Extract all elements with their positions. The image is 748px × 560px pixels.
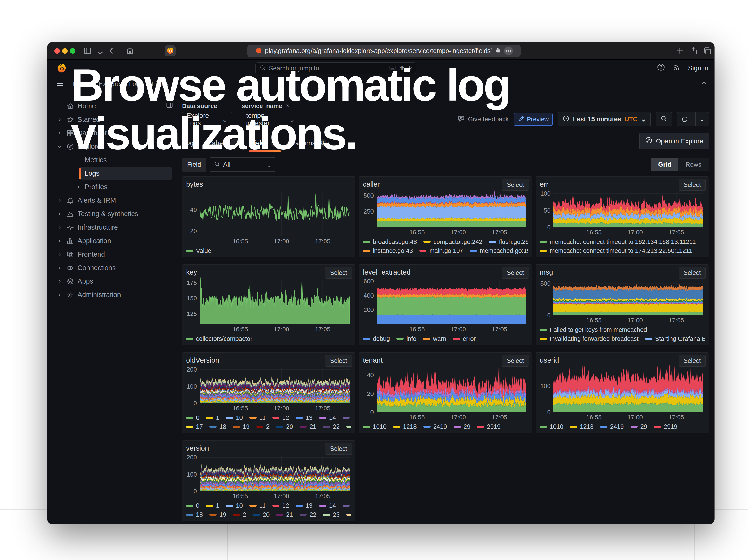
legend-item[interactable]: 23	[323, 511, 340, 518]
data-source-select[interactable]: Explore Logs ⌄	[182, 112, 232, 127]
legend-item[interactable]: 1010	[540, 423, 563, 430]
legend-item[interactable]: instance.go:43	[363, 247, 413, 254]
legend-item[interactable]: 22	[323, 423, 340, 430]
legend-item[interactable]: 20	[276, 423, 293, 430]
breadcrumb-item[interactable]: Logs	[129, 80, 143, 88]
legend-item[interactable]: 1010	[363, 423, 387, 430]
sidebar-item-starred[interactable]: Starred	[47, 113, 182, 126]
sidebar-item-explore[interactable]: Explore	[47, 140, 182, 153]
url-bar[interactable]: play.grafana.org/a/grafana-lokiexplore-a…	[247, 45, 520, 57]
legend-item[interactable]: 2919	[654, 423, 677, 430]
legend-item[interactable]: Failed to get keys from memcached	[540, 326, 647, 333]
give-feedback-button[interactable]: Give feedback	[458, 115, 509, 124]
service-name-select[interactable]: tempo-ingester ⌄	[241, 112, 299, 127]
close-window-button[interactable]	[54, 48, 60, 54]
more-options-button[interactable]: •••	[504, 47, 513, 55]
legend-item[interactable]: memcache: connect timeout to 174.213.22.…	[540, 247, 692, 254]
share-icon[interactable]	[689, 46, 698, 55]
sidebar-item-application[interactable]: Application	[47, 234, 182, 248]
legend-item[interactable]: 29	[631, 423, 647, 430]
chevron-right-icon[interactable]	[56, 278, 63, 284]
select-button[interactable]: Select	[325, 443, 352, 454]
sidebar-item-dashboards[interactable]: Dashboards	[47, 126, 182, 140]
select-button[interactable]: Select	[679, 355, 706, 367]
grid-view-button[interactable]: Grid	[651, 158, 678, 171]
chevron-right-icon[interactable]	[56, 130, 63, 136]
legend-item[interactable]: 0	[186, 502, 199, 509]
select-button[interactable]: Select	[679, 179, 706, 191]
select-button[interactable]: Select	[502, 267, 529, 279]
chevron-right-icon[interactable]	[56, 117, 63, 123]
sidebar-item-metrics[interactable]: Metrics	[47, 153, 182, 167]
sidebar-item-frontend[interactable]: Frontend	[47, 248, 182, 261]
tab-labels[interactable]: Labels	[208, 137, 240, 149]
sidebar-item-apps[interactable]: Apps	[47, 275, 182, 288]
legend-item[interactable]: 22	[300, 511, 316, 518]
news-rss-icon[interactable]	[672, 63, 681, 73]
legend-item[interactable]: 11	[250, 502, 266, 509]
legend-item[interactable]: 21	[300, 423, 316, 430]
tab-patterns[interactable]: Patterns8	[290, 137, 327, 149]
breadcrumb-item[interactable]: Home	[73, 80, 90, 88]
legend-item[interactable]: debug	[363, 335, 390, 343]
chevron-right-icon[interactable]	[75, 184, 81, 190]
legend-item[interactable]: 12	[272, 502, 289, 509]
sidebar-item-testing-synthetics[interactable]: Testing & synthetics	[47, 207, 182, 220]
legend-item[interactable]: collectors/compactor	[186, 335, 252, 343]
legend-item[interactable]: 13	[296, 414, 312, 421]
legend-item[interactable]: 2919	[477, 423, 500, 430]
grafana-favicon[interactable]	[165, 45, 176, 56]
select-button[interactable]: Select	[502, 179, 529, 191]
minimize-window-button[interactable]	[62, 48, 68, 54]
chevron-down-icon[interactable]: ⌄	[695, 112, 708, 126]
sidebar-item-connections[interactable]: Connections	[47, 261, 182, 275]
sidebar-item-infrastructure[interactable]: Infrastructure	[47, 220, 182, 234]
search-input[interactable]: Search or jump to... ⌘+k	[255, 63, 416, 74]
legend-item[interactable]: 12	[272, 414, 289, 421]
legend-item[interactable]: 2	[233, 511, 246, 518]
legend-item[interactable]: 24	[346, 511, 351, 518]
legend-item[interactable]: 1	[206, 414, 219, 421]
chevron-up-icon[interactable]	[700, 79, 708, 88]
chevron-right-icon[interactable]	[56, 265, 63, 271]
legend-item[interactable]: Invalidating forwarded broadcast	[540, 335, 638, 343]
field-search-select[interactable]: All ⌄	[210, 158, 276, 172]
refresh-button[interactable]: ⌄	[677, 112, 709, 126]
legend-item[interactable]: 15	[343, 414, 351, 421]
tab-fields[interactable]: Fields	[250, 137, 280, 149]
legend-item[interactable]: 1218	[393, 423, 417, 430]
rows-view-button[interactable]: Rows	[678, 158, 708, 171]
legend-item[interactable]: 1	[206, 502, 219, 509]
legend-item[interactable]: broadcast.go:48	[363, 238, 417, 246]
grafana-logo[interactable]	[56, 63, 67, 74]
help-icon[interactable]	[657, 63, 665, 73]
sidebar-toggle-icon[interactable]	[83, 46, 92, 55]
legend-item[interactable]: 2419	[423, 423, 447, 430]
sidebar-item-logs[interactable]: Logs	[47, 167, 182, 180]
legend-item[interactable]: 15	[343, 502, 351, 509]
legend-item[interactable]: error	[453, 335, 476, 343]
select-button[interactable]: Select	[502, 355, 529, 367]
breadcrumb-item[interactable]: Fields	[151, 80, 168, 88]
legend-item[interactable]: 18	[209, 423, 226, 430]
menu-icon[interactable]	[56, 79, 64, 88]
legend-item[interactable]: 21	[276, 511, 293, 518]
legend-item[interactable]: memcached.go:153	[470, 247, 528, 254]
legend-item[interactable]: 1218	[570, 423, 593, 430]
legend-item[interactable]: 17	[186, 423, 203, 430]
tab-logs[interactable]: Logs	[182, 137, 197, 149]
zoom-out-button[interactable]	[656, 112, 672, 126]
sidebar-item-alerts-irm[interactable]: Alerts & IRM	[47, 194, 182, 207]
select-button[interactable]: Select	[679, 267, 706, 279]
legend-item[interactable]: flush.go:253	[489, 238, 528, 246]
legend-item[interactable]: Value	[186, 247, 211, 254]
chevron-down-icon[interactable]	[56, 143, 63, 150]
chevron-right-icon[interactable]	[56, 197, 63, 204]
legend-item[interactable]: 18	[186, 511, 203, 518]
legend-item[interactable]: 19	[209, 511, 226, 518]
legend-item[interactable]: compactor.go:242	[423, 238, 482, 246]
legend-item[interactable]: main.go:107	[419, 247, 463, 254]
legend-item[interactable]: 14	[319, 502, 336, 509]
select-button[interactable]: Select	[325, 355, 352, 367]
sidebar-item-profiles[interactable]: Profiles	[47, 180, 182, 194]
